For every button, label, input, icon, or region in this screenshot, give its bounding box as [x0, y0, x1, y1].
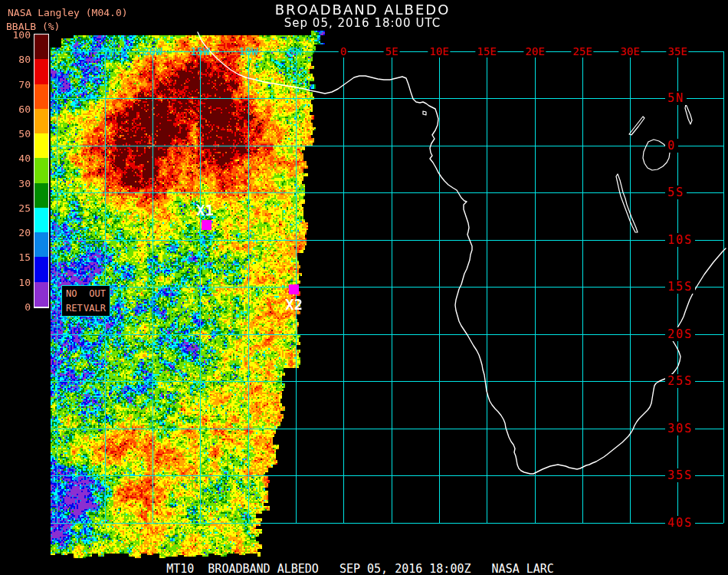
lon-label-20e: 20E — [523, 45, 546, 58]
lat-label-15s: 15S — [665, 280, 695, 294]
status-bar: MT10 BROADBAND ALBEDO SEP 05, 2016 18:00… — [0, 558, 728, 575]
colorbar-tick: 20 — [0, 227, 31, 238]
colorbar-tick: 25 — [0, 202, 31, 214]
lat-label-40s: 40S — [665, 516, 695, 530]
colorbar-tick: 10 — [0, 277, 31, 288]
colorbar-segment — [34, 183, 48, 208]
colorbar-segment — [34, 133, 48, 158]
colorbar-tick: 50 — [0, 128, 31, 140]
lon-label-35e: 35E — [666, 45, 688, 58]
lon-label-25w: 25W — [95, 45, 114, 58]
lat-label-20s: 20S — [665, 327, 695, 341]
marker-x1-label: X1 — [196, 202, 214, 219]
colorbar-tick: 0 — [0, 301, 31, 313]
timestamp-subtitle: Sep 05, 2016 18:00 UTC — [284, 16, 441, 30]
lat-label-5n: 5N — [665, 91, 687, 105]
lon-label-5w: 5W — [290, 45, 303, 58]
colorbar-tick: 80 — [0, 54, 31, 65]
colorbar-segment — [34, 84, 48, 109]
flag-out: OUT — [89, 288, 106, 299]
colorbar-tick: 70 — [0, 79, 31, 90]
colorbar-tick: 30 — [0, 178, 31, 189]
colorbar-tick: 100 — [0, 29, 31, 41]
flag-ret: RET — [66, 303, 83, 314]
lon-label-10w: 10W — [238, 45, 257, 58]
colorbar-segment — [34, 208, 48, 232]
lon-label-30e: 30E — [618, 45, 641, 58]
colorbar-tick: 15 — [0, 251, 31, 263]
colorbar-segment — [34, 232, 48, 257]
marker-x2-dot — [289, 284, 299, 294]
colorbar-segment — [34, 282, 48, 307]
lon-label-10e: 10E — [428, 45, 450, 58]
lon-label-5e: 5E — [384, 45, 400, 58]
lon-label-15e: 15E — [475, 45, 497, 58]
status-bar-text: MT10 BROADBAND ALBEDO SEP 05, 2016 18:00… — [166, 562, 554, 575]
lat-label-0: 0 — [665, 139, 678, 153]
colorbar-tick: 60 — [0, 104, 31, 115]
lat-label-30s: 30S — [665, 422, 695, 435]
colorbar-segment — [34, 158, 48, 182]
lon-label-15w: 15W — [190, 45, 209, 58]
colorbar-tick: 40 — [0, 153, 31, 164]
marker-x1-dot — [202, 220, 212, 230]
colorbar-segment — [34, 257, 48, 281]
source-label: NASA Langley (M04.0) — [8, 7, 128, 18]
colorbar-segment — [34, 109, 48, 133]
lat-label-10s: 10S — [665, 233, 695, 247]
flag-no: NO — [66, 288, 77, 299]
lon-label-20w: 20W — [143, 45, 162, 58]
colorbar — [34, 34, 49, 308]
colorbar-segment — [34, 59, 48, 84]
marker-x2-label: X2 — [285, 296, 303, 313]
lat-label-35s: 35S — [665, 468, 695, 482]
lon-label-25e: 25E — [571, 45, 593, 58]
lon-label-0: 0 — [339, 45, 348, 58]
lat-label-25s: 25S — [665, 374, 695, 388]
albedo-plot-window: BROADBAND ALBEDO Sep 05, 2016 18:00 UTC … — [0, 0, 728, 575]
flag-valr: VALR — [84, 303, 106, 314]
retrieval-flags-box: NO OUT RET VALR — [61, 285, 110, 317]
lat-label-5s: 5S — [665, 186, 687, 199]
page-title: BROADBAND ALBEDO — [275, 2, 451, 18]
colorbar-segment — [34, 34, 48, 59]
